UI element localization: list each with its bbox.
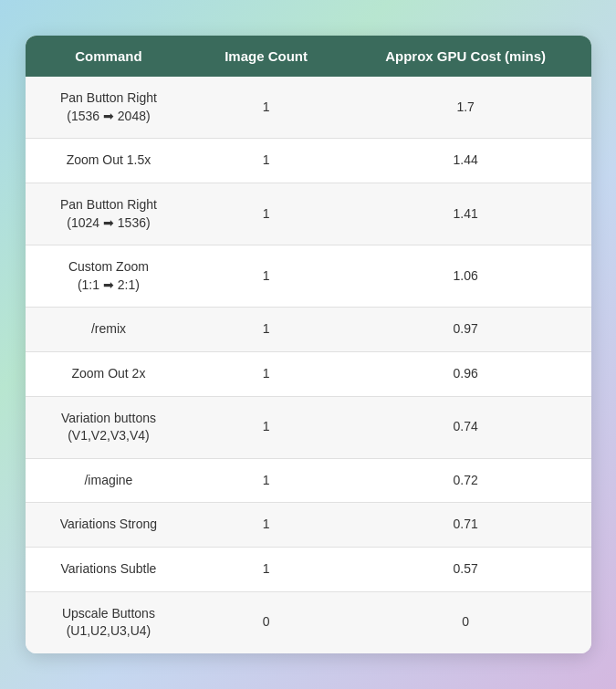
cell-command: Variations Strong xyxy=(26,503,193,548)
cell-image-count: 1 xyxy=(192,458,339,503)
cell-gpu-cost: 0.71 xyxy=(340,503,591,548)
table-row: /remix10.97 xyxy=(26,308,591,352)
cell-gpu-cost: 1.7 xyxy=(340,77,591,139)
table-row: /imagine10.72 xyxy=(26,458,591,503)
cell-image-count: 1 xyxy=(192,308,339,352)
header-command: Command xyxy=(26,36,193,77)
cell-gpu-cost: 0.74 xyxy=(340,396,591,458)
cell-gpu-cost: 0.96 xyxy=(340,352,591,397)
cell-image-count: 1 xyxy=(192,547,339,591)
cell-image-count: 1 xyxy=(192,396,339,458)
cell-command: Pan Button Right(1024 ➡ 1536) xyxy=(26,183,193,245)
cell-gpu-cost: 1.41 xyxy=(340,183,591,245)
cell-image-count: 1 xyxy=(192,139,339,183)
table-row: Custom Zoom(1:1 ➡ 2:1)11.06 xyxy=(26,245,591,308)
header-gpu-cost: Approx GPU Cost (mins) xyxy=(340,36,591,77)
cell-command: Upscale Buttons(U1,U2,U3,U4) xyxy=(26,591,193,653)
cell-command: /remix xyxy=(26,308,193,352)
cell-command: Zoom Out 1.5x xyxy=(26,139,193,183)
table-row: Variation buttons(V1,V2,V3,V4)10.74 xyxy=(26,396,591,458)
table-row: Zoom Out 2x10.96 xyxy=(26,352,591,397)
cell-command: Pan Button Right(1536 ➡ 2048) xyxy=(26,77,193,139)
table-row: Zoom Out 1.5x11.44 xyxy=(26,139,591,183)
cell-gpu-cost: 0.57 xyxy=(340,547,591,591)
data-table: Command Image Count Approx GPU Cost (min… xyxy=(26,36,591,653)
table-row: Variations Strong10.71 xyxy=(26,503,591,548)
cell-gpu-cost: 1.44 xyxy=(340,139,591,183)
cell-command: Variations Subtle xyxy=(26,547,193,591)
header-image-count: Image Count xyxy=(192,36,339,77)
cell-command: /imagine xyxy=(26,458,193,503)
table-row: Pan Button Right(1024 ➡ 1536)11.41 xyxy=(26,183,591,245)
cell-command: Custom Zoom(1:1 ➡ 2:1) xyxy=(26,245,193,308)
cell-gpu-cost: 0.72 xyxy=(340,458,591,503)
cell-gpu-cost: 0 xyxy=(340,591,591,653)
cell-image-count: 1 xyxy=(192,77,339,139)
cell-image-count: 1 xyxy=(192,503,339,548)
cell-gpu-cost: 0.97 xyxy=(340,308,591,352)
cell-command: Zoom Out 2x xyxy=(26,352,193,397)
cell-image-count: 1 xyxy=(192,245,339,308)
cell-image-count: 0 xyxy=(192,591,339,653)
cell-image-count: 1 xyxy=(192,183,339,245)
cell-image-count: 1 xyxy=(192,352,339,397)
cell-command: Variation buttons(V1,V2,V3,V4) xyxy=(26,396,193,458)
cell-gpu-cost: 1.06 xyxy=(340,245,591,308)
table-header-row: Command Image Count Approx GPU Cost (min… xyxy=(26,36,591,77)
table-row: Pan Button Right(1536 ➡ 2048)11.7 xyxy=(26,77,591,139)
table-row: Upscale Buttons(U1,U2,U3,U4)00 xyxy=(26,591,591,653)
table-row: Variations Subtle10.57 xyxy=(26,547,591,591)
